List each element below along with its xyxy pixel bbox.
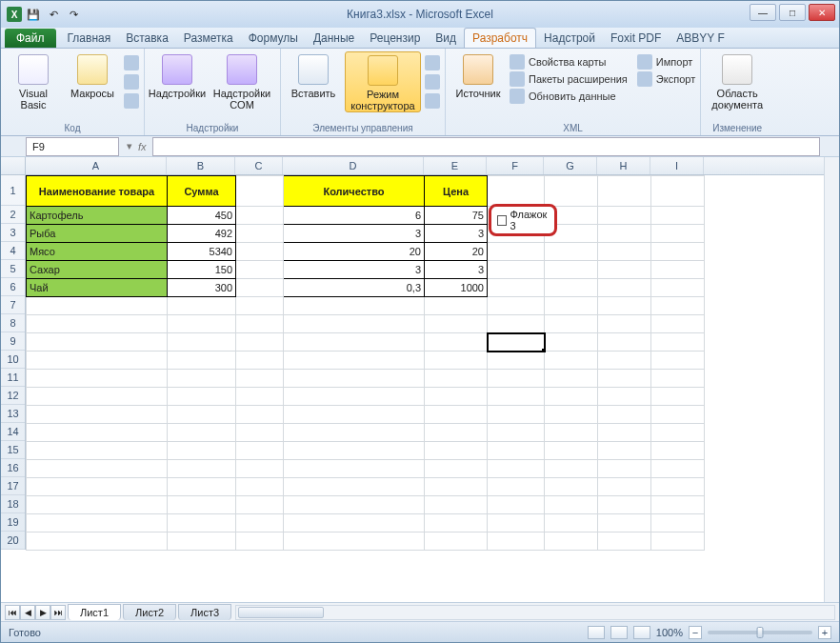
cell-I18[interactable] bbox=[651, 496, 705, 514]
cell-I20[interactable] bbox=[651, 532, 705, 551]
cell-I14[interactable] bbox=[651, 424, 705, 442]
cell-F14[interactable] bbox=[488, 424, 545, 442]
cell-D3[interactable]: 3 bbox=[284, 225, 425, 243]
cell-B11[interactable] bbox=[168, 370, 236, 388]
cell-I15[interactable] bbox=[651, 442, 705, 460]
cell-F8[interactable] bbox=[488, 315, 545, 333]
maximize-button[interactable]: □ bbox=[779, 4, 806, 21]
cell-F10[interactable] bbox=[488, 352, 545, 370]
cell-G13[interactable] bbox=[545, 406, 598, 424]
zoom-percent[interactable]: 100% bbox=[656, 627, 683, 638]
cell-F16[interactable] bbox=[488, 460, 545, 478]
xml-import-button[interactable]: Импорт bbox=[637, 53, 695, 70]
cell-D12[interactable] bbox=[284, 388, 425, 406]
sheet-tab-3[interactable]: Лист3 bbox=[178, 604, 231, 620]
cell-A3[interactable]: Рыба bbox=[27, 225, 168, 243]
sheet-nav-last[interactable]: ⏭ bbox=[50, 605, 66, 620]
cell-F5[interactable] bbox=[488, 261, 545, 279]
cell-H2[interactable] bbox=[598, 207, 651, 225]
qat-redo-icon[interactable]: ↷ bbox=[65, 6, 82, 23]
cell-B2[interactable]: 450 bbox=[168, 207, 236, 225]
cell-A18[interactable] bbox=[27, 496, 168, 514]
cell-I12[interactable] bbox=[651, 388, 705, 406]
cell-F18[interactable] bbox=[488, 496, 545, 514]
cell-E2[interactable]: 75 bbox=[425, 207, 488, 225]
cell-G4[interactable] bbox=[545, 243, 598, 261]
cell-D16[interactable] bbox=[284, 460, 425, 478]
cell-C16[interactable] bbox=[236, 460, 284, 478]
macro-security-icon[interactable] bbox=[124, 93, 139, 109]
cell-A9[interactable] bbox=[27, 333, 168, 352]
cell-D1[interactable]: Количество bbox=[284, 176, 425, 207]
cell-G16[interactable] bbox=[545, 460, 598, 478]
tab-view[interactable]: Вид bbox=[428, 29, 464, 48]
cell-A13[interactable] bbox=[27, 406, 168, 424]
cell-H11[interactable] bbox=[598, 370, 651, 388]
cell-G8[interactable] bbox=[545, 315, 598, 333]
cell-F4[interactable] bbox=[488, 243, 545, 261]
cell-I2[interactable] bbox=[651, 207, 705, 225]
cell-A8[interactable] bbox=[27, 315, 168, 333]
cell-D7[interactable] bbox=[284, 297, 425, 315]
tab-home[interactable]: Главная bbox=[60, 29, 119, 48]
design-mode-button[interactable]: Режим конструктора bbox=[345, 51, 421, 112]
sheet-nav-prev[interactable]: ◀ bbox=[20, 605, 35, 620]
cell-B18[interactable] bbox=[168, 496, 236, 514]
row-header-13[interactable]: 13 bbox=[1, 405, 25, 423]
cell-D20[interactable] bbox=[284, 532, 425, 551]
qat-undo-icon[interactable]: ↶ bbox=[45, 6, 62, 23]
cell-G19[interactable] bbox=[545, 514, 598, 532]
cell-G17[interactable] bbox=[545, 478, 598, 496]
cell-A10[interactable] bbox=[27, 352, 168, 370]
properties-icon[interactable] bbox=[425, 55, 440, 70]
cell-D18[interactable] bbox=[284, 496, 425, 514]
tab-insert[interactable]: Вставка bbox=[118, 29, 176, 48]
cell-C20[interactable] bbox=[236, 532, 284, 551]
cell-G15[interactable] bbox=[545, 442, 598, 460]
column-header-H[interactable]: H bbox=[597, 157, 650, 174]
cell-C4[interactable] bbox=[236, 243, 284, 261]
row-header-17[interactable]: 17 bbox=[1, 477, 25, 495]
tab-developer[interactable]: Разработч bbox=[464, 28, 536, 48]
file-tab[interactable]: Файл bbox=[5, 29, 56, 48]
map-properties-button[interactable]: Свойства карты bbox=[510, 53, 628, 70]
cell-G1[interactable] bbox=[545, 176, 598, 207]
cell-A16[interactable] bbox=[27, 460, 168, 478]
tab-addins[interactable]: Надстрой bbox=[536, 29, 603, 48]
cell-I6[interactable] bbox=[651, 279, 705, 297]
cell-G7[interactable] bbox=[545, 297, 598, 315]
row-header-4[interactable]: 4 bbox=[1, 242, 25, 260]
cell-E14[interactable] bbox=[425, 424, 488, 442]
view-pagebreak-button[interactable] bbox=[633, 626, 650, 639]
cell-B4[interactable]: 5340 bbox=[168, 243, 236, 261]
cell-E16[interactable] bbox=[425, 460, 488, 478]
row-header-15[interactable]: 15 bbox=[1, 441, 25, 459]
cell-G14[interactable] bbox=[545, 424, 598, 442]
namebox-dropdown-icon[interactable]: ▾ bbox=[127, 140, 132, 152]
cell-H13[interactable] bbox=[598, 406, 651, 424]
form-control-checkbox[interactable]: Флажок 3 bbox=[489, 204, 557, 236]
cell-B3[interactable]: 492 bbox=[168, 225, 236, 243]
cell-F19[interactable] bbox=[488, 514, 545, 532]
column-header-F[interactable]: F bbox=[487, 157, 544, 174]
cell-C19[interactable] bbox=[236, 514, 284, 532]
close-button[interactable]: ✕ bbox=[809, 4, 835, 21]
row-header-10[interactable]: 10 bbox=[1, 351, 25, 369]
sheet-nav-first[interactable]: ⏮ bbox=[5, 605, 20, 620]
cell-H5[interactable] bbox=[598, 261, 651, 279]
cell-A6[interactable]: Чай bbox=[27, 279, 168, 297]
row-header-11[interactable]: 11 bbox=[1, 369, 25, 387]
cell-D14[interactable] bbox=[284, 424, 425, 442]
cell-E17[interactable] bbox=[425, 478, 488, 496]
xml-source-button[interactable]: Источник bbox=[450, 51, 506, 99]
sheet-nav-next[interactable]: ▶ bbox=[35, 605, 50, 620]
cell-E4[interactable]: 20 bbox=[425, 243, 488, 261]
cell-B9[interactable] bbox=[168, 333, 236, 352]
cell-C14[interactable] bbox=[236, 424, 284, 442]
row-header-18[interactable]: 18 bbox=[1, 495, 25, 513]
cell-F7[interactable] bbox=[488, 297, 545, 315]
cell-E20[interactable] bbox=[425, 532, 488, 551]
column-header-A[interactable]: A bbox=[26, 157, 167, 174]
cells-area[interactable]: Наименование товараСуммаКоличествоЦенаКа… bbox=[26, 175, 824, 602]
cell-H19[interactable] bbox=[598, 514, 651, 532]
